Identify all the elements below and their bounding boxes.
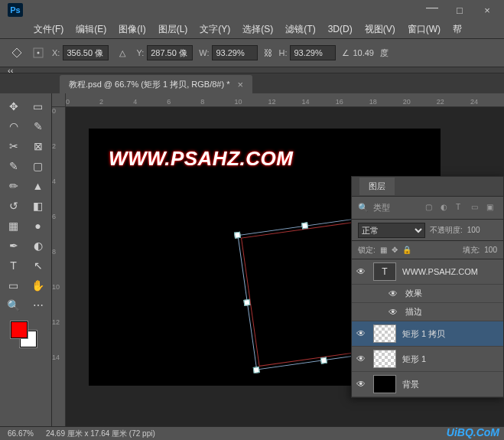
blur-tool[interactable]: ● (28, 217, 48, 234)
menu-help[interactable]: 帮 (448, 21, 467, 37)
w-input[interactable] (212, 45, 258, 60)
collapse-toggle[interactable]: ‹‹ (0, 67, 504, 73)
visibility-icon[interactable]: 👁 (356, 328, 367, 339)
ruler-origin[interactable] (52, 93, 66, 107)
layer-rect[interactable]: 👁 矩形 1 (352, 347, 503, 372)
visibility-icon[interactable]: 👁 (356, 266, 367, 277)
link-wh-icon[interactable]: ⛓ (264, 48, 272, 57)
layer-text[interactable]: 👁 T WWW.PSAHZ.COM (352, 259, 503, 285)
ps-logo: Ps (8, 3, 23, 17)
h-label: H: (278, 48, 287, 57)
zoom-level[interactable]: 66.67% (8, 429, 34, 438)
handle-w[interactable] (243, 299, 250, 306)
path-select-tool[interactable]: ↖ (28, 257, 48, 274)
layer-thumb-text: T (373, 262, 396, 281)
footer-watermark: UiBQ.CoM (447, 426, 499, 438)
visibility-icon[interactable]: 👁 (356, 354, 367, 364)
dodge-tool[interactable]: ◐ (28, 237, 48, 254)
clone-tool[interactable]: ▲ (28, 178, 48, 194)
layers-tab[interactable]: 图层 (359, 178, 395, 195)
handle-sw[interactable] (253, 367, 260, 373)
menu-layer[interactable]: 图层(L) (154, 21, 193, 37)
crop-tool[interactable]: ✂ (4, 138, 24, 155)
layer-name[interactable]: 矩形 1 (402, 354, 499, 365)
filter-adjust-icon[interactable]: ◐ (441, 203, 451, 213)
menu-image[interactable]: 图像(I) (114, 21, 150, 37)
filter-smart-icon[interactable]: ▣ (486, 203, 497, 213)
layer-background[interactable]: 👁 背景 (352, 372, 503, 397)
filter-image-icon[interactable]: ▢ (425, 203, 436, 213)
menu-edit[interactable]: 编辑(E) (71, 21, 111, 37)
x-label: X: (52, 48, 60, 57)
handle-s[interactable] (320, 357, 327, 364)
menu-window[interactable]: 窗口(W) (403, 21, 445, 37)
filter-type-icon[interactable]: T (456, 203, 467, 213)
w-label: W: (199, 48, 209, 57)
zoom-tool[interactable]: 🔍 (4, 297, 24, 314)
hand-tool[interactable]: ✋ (28, 277, 48, 294)
x-input[interactable] (63, 45, 109, 60)
handle-nw[interactable] (234, 232, 241, 239)
lock-all-icon[interactable]: 🔒 (402, 246, 411, 254)
visibility-icon[interactable]: 👁 (389, 288, 399, 299)
type-tool[interactable]: T (4, 257, 24, 274)
quick-select-tool[interactable]: ✎ (28, 118, 48, 135)
window-maximize[interactable]: □ (446, 2, 473, 18)
ruler-horizontal[interactable]: 024681012141618202224 (66, 93, 504, 107)
layer-stroke-fx[interactable]: 👁 描边 (352, 303, 503, 321)
search-icon[interactable]: 🔍 (358, 203, 369, 213)
menu-select[interactable]: 选择(S) (238, 21, 278, 37)
fill-label: 填充: (463, 245, 480, 256)
filter-type[interactable]: 类型 (373, 202, 390, 213)
eraser-tool[interactable]: ◧ (28, 197, 48, 214)
document-tab[interactable]: 教程.psd @ 66.7% (矩形 1 拷贝, RGB/8#) * × (60, 75, 252, 93)
visibility-icon[interactable]: 👁 (389, 307, 399, 318)
layer-name[interactable]: WWW.PSAHZ.COM (402, 267, 499, 276)
lasso-tool[interactable]: ◠ (4, 118, 24, 135)
y-input[interactable] (147, 45, 193, 60)
menu-filter[interactable]: 滤镜(T) (281, 21, 320, 37)
h-input[interactable] (290, 45, 336, 60)
edit-toolbar[interactable]: ⋯ (28, 297, 48, 314)
layer-rect-copy[interactable]: 👁 矩形 1 拷贝 (352, 321, 503, 347)
lock-pixels-icon[interactable]: ▦ (380, 246, 387, 254)
layers-panel[interactable]: 图层 🔍 类型 ▢ ◐ T ▭ ▣ 正常 不透明度: 100 锁定: ▦ ✥ 🔒… (351, 176, 504, 398)
filter-shape-icon[interactable]: ▭ (471, 203, 482, 213)
layer-effects[interactable]: 👁 效果 (352, 285, 503, 303)
pen-tool[interactable]: ✒ (4, 237, 24, 254)
menu-view[interactable]: 视图(V) (360, 21, 400, 37)
window-close[interactable]: × (473, 2, 501, 18)
blend-mode[interactable]: 正常 (358, 223, 425, 238)
layer-list: 👁 T WWW.PSAHZ.COM 👁 效果 👁 描边 👁 矩形 1 拷贝 👁 … (352, 259, 503, 397)
visibility-icon[interactable]: 👁 (356, 379, 367, 389)
move-tool[interactable]: ✥ (4, 98, 24, 115)
swap-xy-icon[interactable]: △ (115, 45, 130, 60)
layer-name[interactable]: 背景 (402, 379, 499, 390)
handle-n[interactable] (301, 222, 308, 229)
gradient-tool[interactable]: ▦ (4, 217, 24, 234)
transform-tool-icon[interactable] (9, 45, 24, 60)
menu-type[interactable]: 文字(Y) (195, 21, 235, 37)
menu-file[interactable]: 文件(F) (29, 21, 68, 37)
foreground-color[interactable] (11, 321, 28, 338)
ruler-vertical[interactable]: 02468101214 (52, 107, 66, 426)
opacity-value[interactable]: 100 (467, 226, 480, 234)
options-bar: X: △ Y: W: ⛓ H: ∠10.49 度 (0, 38, 504, 67)
window-minimize[interactable]: — (418, 0, 446, 15)
reference-point-icon[interactable] (31, 45, 46, 60)
layer-name[interactable]: 矩形 1 拷贝 (402, 328, 499, 340)
fill-value[interactable]: 100 (484, 246, 497, 254)
marquee-tool[interactable]: ▢ (28, 158, 48, 174)
brush-tool[interactable]: ✏ (4, 178, 24, 194)
menu-3d[interactable]: 3D(D) (324, 22, 357, 36)
close-tab-icon[interactable]: × (237, 79, 243, 90)
rectangle-tool[interactable]: ▭ (4, 277, 24, 294)
lock-position-icon[interactable]: ✥ (392, 246, 398, 254)
color-swatches[interactable] (11, 321, 41, 352)
lock-label: 锁定: (358, 245, 376, 256)
history-brush-tool[interactable]: ↺ (4, 197, 24, 214)
menu-bar: 文件(F) 编辑(E) 图像(I) 图层(L) 文字(Y) 选择(S) 滤镜(T… (0, 20, 504, 38)
artboard-tool[interactable]: ▭ (28, 98, 48, 115)
eyedropper-tool[interactable]: ✎ (4, 158, 24, 174)
frame-tool[interactable]: ⊠ (28, 138, 48, 155)
